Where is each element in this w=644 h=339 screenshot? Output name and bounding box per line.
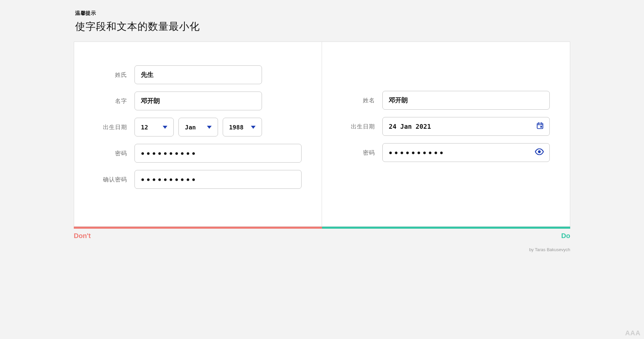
header-tag: 温馨提示 — [75, 10, 570, 16]
password-label: 密码 — [94, 150, 135, 157]
do-dob-input[interactable]: 24 Jan 2021 — [382, 117, 550, 136]
do-name-row: 姓名 邓开朗 — [342, 91, 550, 110]
name-input[interactable]: 邓开朗 — [135, 92, 262, 110]
confirm-password-label: 确认密码 — [94, 176, 135, 183]
dont-bar — [74, 227, 322, 229]
do-password-label: 密码 — [342, 149, 382, 157]
confirm-password-value: ●●●●●●●●●● — [141, 176, 198, 183]
chevron-down-icon — [163, 126, 167, 129]
do-panel: 姓名 邓开朗 出生日期 24 Jan 2021 — [322, 42, 570, 226]
calendar-icon[interactable] — [536, 122, 544, 131]
dont-label: Don't — [74, 232, 91, 240]
dob-day-value: 12 — [141, 124, 148, 131]
comparison-panels: 姓氏 先生 名字 邓开朗 出生日期 — [74, 42, 570, 227]
dob-label: 出生日期 — [94, 123, 135, 131]
password-input[interactable]: ●●●●●●●●●● — [135, 144, 302, 163]
dob-year-value: 1988 — [229, 124, 244, 131]
surname-value: 先生 — [141, 70, 154, 79]
name-label: 名字 — [94, 97, 135, 105]
credit-text: by Taras Bakusevych — [74, 247, 570, 252]
confirm-password-input[interactable]: ●●●●●●●●●● — [135, 170, 302, 189]
surname-row: 姓氏 先生 — [94, 65, 302, 84]
result-labels: Don't Do — [74, 232, 570, 240]
do-bar — [322, 227, 570, 229]
chevron-down-icon — [207, 126, 212, 129]
do-password-row: 密码 ●●●●●●●●●● — [342, 143, 550, 162]
dob-year-select[interactable]: 1988 — [223, 118, 262, 136]
dont-panel: 姓氏 先生 名字 邓开朗 出生日期 — [74, 42, 322, 226]
do-password-value: ●●●●●●●●●● — [389, 149, 445, 156]
page: 温馨提示 使字段和文本的数量最小化 姓氏 先生 名字 邓开朗 — [67, 0, 577, 259]
chevron-down-icon — [251, 126, 256, 129]
name-row: 名字 邓开朗 — [94, 92, 302, 110]
name-value: 邓开朗 — [141, 97, 160, 105]
dob-day-select[interactable]: 12 — [135, 118, 174, 136]
watermark: AAA — [625, 329, 641, 337]
svg-point-5 — [538, 150, 541, 153]
dob-row: 出生日期 12 Jan 1988 — [94, 118, 302, 136]
password-value: ●●●●●●●●●● — [141, 150, 198, 157]
do-dob-value: 24 Jan 2021 — [389, 123, 431, 130]
eye-icon[interactable] — [535, 149, 544, 157]
do-label: Do — [561, 232, 570, 240]
do-dob-row: 出生日期 24 Jan 2021 — [342, 117, 550, 136]
header-title: 使字段和文本的数量最小化 — [75, 20, 570, 34]
do-name-input[interactable]: 邓开朗 — [382, 91, 550, 110]
svg-rect-1 — [540, 126, 542, 128]
dob-month-select[interactable]: Jan — [178, 118, 218, 136]
surname-label: 姓氏 — [94, 71, 135, 79]
do-dob-label: 出生日期 — [342, 123, 382, 130]
do-name-label: 姓名 — [342, 97, 382, 104]
dob-month-value: Jan — [185, 124, 196, 131]
do-name-value: 邓开朗 — [389, 96, 408, 105]
password-row: 密码 ●●●●●●●●●● — [94, 144, 302, 163]
surname-input[interactable]: 先生 — [135, 65, 262, 84]
result-bars — [74, 227, 570, 229]
do-password-input[interactable]: ●●●●●●●●●● — [382, 143, 550, 162]
confirm-password-row: 确认密码 ●●●●●●●●●● — [94, 170, 302, 189]
